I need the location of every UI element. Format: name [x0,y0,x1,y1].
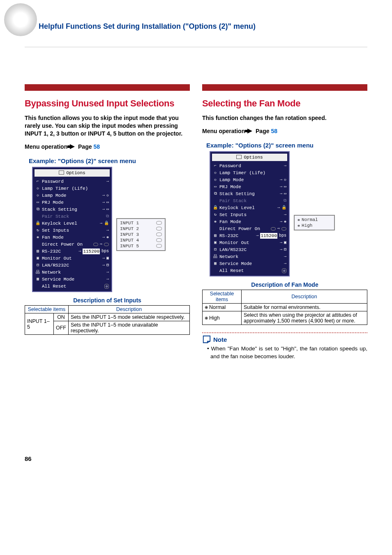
osd-extra-icon: ☼ [106,193,109,198]
osd-highlight: 115200 [260,233,277,239]
arrow-icon: → [256,233,258,238]
pill-icon [281,227,286,230]
popup-item-label: INPUT 3 [120,232,139,237]
popup-item-label: INPUT 4 [120,238,139,243]
osd-item: ⌐Password→ [35,178,110,185]
osd-item-label: Monitor Out [42,256,101,261]
pill-icon [104,243,109,246]
osd-item-icon: ☼ [35,186,40,191]
section-title: Selecting the Fan Mode [202,98,367,108]
osd-item-label: All Reset [219,268,280,274]
td-normal-desc: Suitable for normal environments. [242,304,367,311]
osd-item-label: Password [219,163,282,169]
osd-extra-icon: ▣ [284,240,286,245]
osd-extra-icon: ▭ [106,207,109,212]
osd-extra-icon: ⊟ [284,247,286,252]
osd-item-label: Lamp Mode [42,193,101,198]
reset-icon: ◎ [282,268,286,273]
popup-item: INPUT 3 [118,232,164,237]
osd-item-icon: ❋ [213,219,218,224]
osd-item-icon: ▭ [35,200,40,205]
osd-item: ☼Lamp Mode→☼ [35,192,110,199]
osd-item: ☼Lamp Timer (Life) [35,185,110,192]
fan-icon: ❋ [297,223,300,228]
osd-item-label: PRJ Mode [42,200,101,205]
osd-item-label: Lamp Timer (Life) [219,170,286,176]
osd-item-label: RS-232C [42,249,77,254]
osd-item-label: Direct Power On [219,226,269,232]
page-ref-link[interactable]: 58 [271,128,277,134]
osd-extra-icon: 🔒 [281,205,286,210]
pill-icon [93,243,98,246]
osd-item: ⌐Password→ [212,162,287,169]
direction-icon: ⇨ [100,242,102,247]
example-heading: Example: "Options (2)" screen menu [29,157,190,164]
arrow-icon: → [102,235,105,240]
menu-operation-line: Menu operation Page 58 [202,128,367,134]
osd-item-icon: ▧ [213,233,218,238]
osd-item: ▦Service Mode→ [212,260,287,267]
popup-item: INPUT 5 [118,243,164,249]
osd-item-label: Monitor Out [219,240,278,246]
page-header: Helpful Functions Set during Installatio… [25,8,367,47]
osd-item: 品Network→ [35,269,110,276]
osd-item-icon: ▦ [35,276,40,282]
arrow-icon: → [280,177,282,182]
osd-item: ☼Lamp Mode→☼ [212,176,287,183]
arrow-icon [70,144,75,149]
td-on-desc: Sets the INPUT 1–5 mode selectable respe… [69,313,190,321]
osd-extra-icon: ❋ [106,235,109,240]
osd-extra-icon: ❋ [284,219,286,224]
arrow-icon: → [277,205,280,210]
set-inputs-table: Selectable items Description INPUT 1–5 O… [25,305,190,335]
fan-icon: ❋ [205,316,208,320]
osd-item: ☼Lamp Timer (Life) [212,169,287,176]
osd-item: ▭PRJ Mode→▭ [212,183,287,190]
page-number: 86 [25,455,32,462]
osd-item: ▣Monitor Out→▣ [212,239,287,246]
arrow-icon: → [284,163,286,168]
arrow-icon: → [284,212,286,217]
osd-item-icon: ↻ [35,228,40,233]
pill-icon [156,221,162,225]
osd-item-label: Network [219,254,282,260]
osd-menu: Options ⌐Password→☼Lamp Timer (Life)☼Lam… [210,151,290,276]
osd-extra-icon: ⧉ [284,198,286,203]
arrow-icon: → [102,193,105,198]
arrow-icon [247,129,252,134]
td-item: INPUT 1–5 [25,313,54,335]
pill-icon [156,244,162,248]
td-on: ON [54,313,69,321]
note-label: Note [202,335,367,344]
osd-extra-icon: ☼ [284,177,286,182]
osd-item-icon: 🔒 [35,221,40,226]
osd-item-icon: 品 [35,269,40,275]
popup-item: ❋High [296,223,333,228]
arrow-icon: → [284,261,286,266]
fan-icon: ❋ [205,305,208,310]
description-heading: Description of Set Inputs [25,297,190,304]
popup-item-label: INPUT 1 [120,221,139,226]
arrow-icon: → [280,191,282,196]
osd-item-label: Pair Stack [219,198,282,204]
osd-item-icon: ⧉ [213,191,218,196]
osd-extra-icon: bps [279,233,286,238]
osd-item: Pair Stack⧉ [35,213,110,220]
th-selectable: Selectable items [203,290,242,304]
page-ref-link[interactable]: 58 [93,143,100,150]
osd-item: ↻Set Inputs→ [35,227,110,234]
left-column: Bypassing Unused Input Selections This f… [25,84,190,361]
pill-icon [156,233,162,236]
note-icon [202,335,211,344]
osd-item-icon: ▦ [213,261,218,266]
arrow-icon: → [280,247,282,252]
menu-op-label: Menu operation [202,128,245,134]
osd-item-label: Service Mode [42,276,105,282]
td-high-label: High [209,315,220,321]
osd-item-icon: 品 [213,254,218,259]
popup-item: INPUT 4 [118,237,164,243]
inputs-popup: INPUT 1INPUT 2INPUT 3INPUT 4INPUT 5 [116,218,166,251]
osd-extra-icon: ⊟ [106,263,109,268]
osd-item: ▣Monitor Out→▣ [35,255,110,262]
osd-item-icon: ☼ [35,193,40,198]
